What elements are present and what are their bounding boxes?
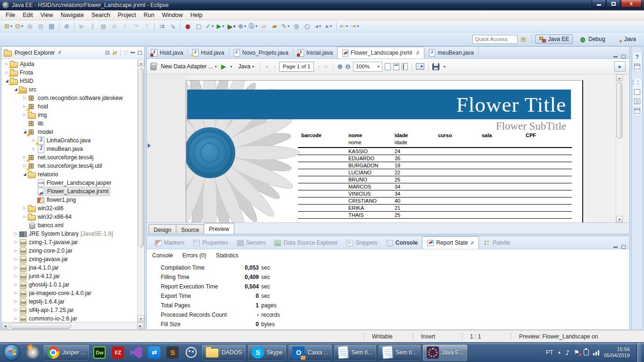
actual-size-icon[interactable] (402, 63, 408, 70)
toolbar-icon[interactable]: ◎ (291, 22, 301, 31)
first-page-icon[interactable]: « (264, 63, 270, 70)
expand-arrow-icon[interactable] (22, 170, 28, 179)
minimize-panel-icon[interactable] (613, 247, 618, 248)
menu-item[interactable]: Window (158, 11, 186, 19)
maximize-view-icon[interactable] (138, 51, 142, 55)
expand-arrow-icon[interactable] (13, 272, 19, 280)
toolbar-icon[interactable]: ▤ (47, 22, 57, 31)
toolbar-icon[interactable]: ↷ (131, 22, 141, 31)
clock[interactable]: 15:56 05/04/2019 (604, 346, 630, 359)
view-tab[interactable]: Report State ✗ (422, 236, 479, 249)
open-perspective-icon[interactable]: ⊞ (521, 36, 528, 42)
report-doc-icon[interactable] (634, 108, 640, 114)
tree-item[interactable]: net.sourceforge.tess4j.util (1, 162, 144, 170)
tree-item[interactable]: banco.xml (1, 221, 144, 230)
expand-arrow-icon[interactable] (13, 255, 19, 263)
editor-tab[interactable]: Novo_Projeto.java ✗ (229, 47, 293, 58)
expand-arrow-icon[interactable] (13, 314, 19, 322)
toolbar-icon[interactable]: ▦ (36, 22, 46, 31)
toolbar-icon[interactable]: ▢ (194, 22, 204, 31)
toolbar-icon[interactable]: ‖ (88, 22, 98, 31)
collapse-all-icon[interactable]: ⊟ (105, 49, 110, 56)
restore-view-icon[interactable] (634, 64, 640, 69)
expand-arrow-icon[interactable] (13, 230, 19, 238)
view-tab[interactable]: Palette ✗ (479, 236, 514, 249)
tree-item[interactable]: src (1, 85, 144, 94)
taskbar-button[interactable] (24, 344, 41, 361)
maximize-button[interactable] (606, 0, 620, 8)
tree-item[interactable]: jna-4.1.0.jar (1, 263, 144, 272)
expand-arrow-icon[interactable] (13, 280, 19, 289)
toolbar-icon[interactable]: ⊗ (109, 22, 119, 31)
last-page-icon[interactable]: » (323, 63, 330, 70)
tree-item[interactable]: model (1, 128, 144, 136)
menu-item[interactable]: Search (88, 11, 114, 19)
editor-tab[interactable]: Inicial.java ✗ (293, 47, 338, 58)
editor-tab[interactable]: Hsid.java ✗ (188, 47, 229, 58)
explorer-vertical-scrollbar[interactable]: ▲ ▼ (137, 60, 144, 322)
scroll-down-arrow[interactable]: ▼ (616, 216, 623, 222)
close-button[interactable]: x (621, 0, 642, 8)
taskbar-button[interactable]: Sem tí... (378, 344, 421, 361)
scrollbar-thumb[interactable] (138, 68, 144, 247)
menu-item[interactable]: View (37, 11, 57, 19)
menu-item[interactable]: Navigate (57, 11, 88, 19)
toolbar-icon[interactable]: ✎ (281, 22, 290, 31)
tree-item[interactable]: meuBean.java (1, 145, 144, 153)
toolbar-icon[interactable]: ↑ (142, 22, 152, 31)
taskbar-button[interactable]: Java E... (422, 344, 468, 361)
palette-handle-icon[interactable] (148, 143, 151, 148)
tree-item[interactable]: hsid (1, 102, 144, 111)
help-icon[interactable]: ? (634, 54, 640, 60)
toolbar-icon[interactable] (179, 22, 182, 31)
expand-arrow-icon[interactable] (22, 204, 28, 213)
menu-item[interactable]: Help (187, 11, 206, 19)
tree-item[interactable]: jai-imageio-core-1.4.0.jar (1, 289, 144, 297)
toolbar-icon[interactable]: ● (183, 22, 193, 31)
toolbar-icon[interactable]: ▰ (270, 22, 280, 31)
tree-item[interactable]: lib (1, 119, 144, 128)
toolbar-icon[interactable]: ○ (302, 22, 312, 31)
tree-item[interactable]: zxing-javase.jar (1, 255, 144, 263)
maximize-editor-icon[interactable] (621, 55, 626, 58)
preview-vertical-scrollbar[interactable]: ▲ ▼ (616, 74, 623, 222)
scroll-up-arrow[interactable]: ▲ (616, 74, 623, 81)
taskbar-button[interactable]: Jasper ... (43, 344, 90, 361)
explorer-horizontal-scrollbar[interactable]: ◀ ▶ (1, 322, 144, 329)
page-indicator[interactable]: Page 1 of 1 (279, 62, 314, 72)
show-desktop-button[interactable] (636, 343, 642, 362)
report-state-section[interactable]: Console (152, 252, 173, 259)
toolbar-icon[interactable] (153, 22, 156, 31)
taskbar-button[interactable]: DADOS (201, 344, 246, 361)
language-indicator[interactable]: PT (546, 349, 553, 356)
tree-item[interactable]: win32-x86 (1, 204, 144, 213)
export-report-icon[interactable] (416, 63, 424, 70)
open-view-icon[interactable] (634, 89, 640, 95)
expand-arrow-icon[interactable] (13, 297, 19, 306)
toolbar-icon[interactable] (335, 22, 338, 31)
scrollbar-thumb[interactable] (617, 82, 622, 139)
scroll-down-arrow[interactable]: ▼ (138, 315, 144, 322)
outline-view-icon[interactable] (634, 99, 640, 104)
toolbar-icon[interactable]: ▶ (77, 22, 87, 31)
toolbar-icon[interactable]: ⊘ (62, 22, 72, 31)
toolbar-icon[interactable]: ← (339, 22, 349, 31)
toolbar-icon[interactable]: ↓ (120, 22, 130, 31)
tree-item[interactable]: com.recognition.software.jdeskew (1, 94, 144, 102)
toolbar-icon[interactable]: ▶ (226, 22, 236, 31)
zoom-in-icon[interactable]: ⊕ (337, 63, 343, 70)
scroll-left-arrow[interactable]: ◀ (2, 323, 8, 329)
expand-arrow-icon[interactable] (31, 145, 37, 153)
tab-close-icon[interactable]: ✗ (416, 50, 420, 56)
taskbar-button[interactable]: Sem tí... (334, 344, 377, 361)
toolbar-icon[interactable]: Ⓢ (248, 22, 258, 31)
scroll-up-arrow[interactable]: ▲ (138, 60, 144, 66)
expand-arrow-icon[interactable] (13, 238, 19, 247)
tree-item[interactable]: relatorio (1, 170, 144, 179)
perspective-button[interactable]: Debug (576, 35, 608, 43)
view-tab[interactable]: Servers ✗ (232, 236, 270, 249)
expand-arrow-icon[interactable] (13, 289, 19, 297)
network-signal-icon[interactable] (593, 350, 600, 355)
tree-item[interactable]: Ajuda (1, 60, 144, 68)
minimize-button[interactable] (592, 0, 606, 8)
